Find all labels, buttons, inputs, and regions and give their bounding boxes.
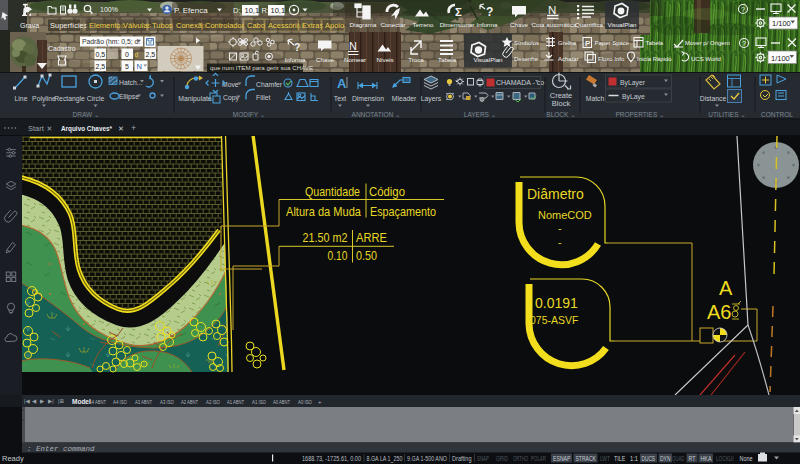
svg-text:LOCKUI: LOCKUI	[716, 455, 734, 462]
svg-text:A0 ISO: A0 ISO	[298, 399, 312, 405]
svg-text:SNAP: SNAP	[477, 455, 489, 462]
svg-text:0.50: 0.50	[356, 248, 377, 263]
svg-text:LWT: LWT	[600, 455, 611, 462]
svg-text:UTILITIES ⌄: UTILITIES ⌄	[708, 111, 746, 118]
svg-text:CONTROL: CONTROL	[761, 111, 793, 118]
svg-text:Achatar: Achatar	[558, 56, 579, 62]
svg-text:DYN: DYN	[660, 455, 671, 462]
svg-text:2,5: 2,5	[146, 51, 156, 58]
svg-text:Copy: Copy	[223, 94, 239, 102]
svg-text:UCS World: UCS World	[691, 56, 721, 62]
svg-text:N: N	[349, 40, 357, 52]
svg-text:HKA: HKA	[701, 455, 712, 462]
svg-text:A6: A6	[707, 301, 731, 323]
svg-text:ByLayer: ByLayer	[620, 79, 646, 87]
svg-text:Altura da Muda: Altura da Muda	[286, 204, 361, 219]
svg-text:QUAD: QUAD	[672, 455, 685, 463]
svg-text:Cota automática: Cota automática	[531, 21, 577, 28]
svg-text:|: |	[171, 21, 173, 30]
svg-text:Grelha: Grelha	[558, 40, 577, 46]
svg-text:1:1: 1:1	[630, 455, 638, 462]
svg-text:21.50 m2: 21.50 m2	[303, 230, 348, 245]
svg-text:Grava: Grava	[20, 22, 39, 29]
svg-text:Nomear: Nomear	[344, 56, 366, 63]
svg-text:LAYERS ⌄: LAYERS ⌄	[464, 111, 496, 118]
svg-text:Controlador: Controlador	[205, 21, 245, 30]
svg-text:D:: D:	[233, 6, 241, 15]
svg-text:A: A	[719, 277, 733, 299]
svg-text:ByLaye: ByLaye	[622, 93, 645, 101]
svg-text:✕: ✕	[47, 125, 53, 132]
svg-text:0: 0	[125, 51, 129, 58]
svg-text:VisualPlan: VisualPlan	[473, 56, 503, 63]
svg-text:Mleader: Mleader	[392, 95, 417, 102]
svg-text:-: -	[558, 236, 562, 248]
svg-text:A2 ABNT: A2 ABNT	[181, 399, 198, 405]
svg-text:▶|: ▶|	[48, 398, 54, 404]
svg-text:|◀: |◀	[24, 398, 30, 404]
svg-text:|: |	[264, 21, 266, 30]
svg-text:NomeCOD: NomeCOD	[538, 209, 592, 221]
svg-text:Fillet: Fillet	[256, 94, 270, 101]
svg-text:A3 ISO: A3 ISO	[160, 399, 174, 405]
svg-text:|: |	[117, 21, 119, 30]
svg-text:10,1: 10,1	[271, 6, 286, 15]
svg-text:10,1: 10,1	[245, 6, 260, 15]
svg-text:|: |	[243, 21, 245, 30]
svg-text:Mover p/ Origem: Mover p/ Origem	[685, 40, 730, 46]
svg-text:Tabela: Tabela	[646, 40, 664, 46]
svg-text:MODIFY ⌄: MODIFY ⌄	[233, 111, 265, 118]
svg-text:Cadastro: Cadastro	[48, 45, 76, 52]
svg-text:Drafting: Drafting	[452, 455, 472, 463]
svg-text:VisualPlan: VisualPlan	[607, 21, 637, 28]
svg-text:que num ITEM para gerir sua CH: que num ITEM para gerir sua CHAVE...	[210, 64, 318, 71]
svg-text:Desenhe: Desenhe	[514, 56, 539, 62]
svg-text:Tubos: Tubos	[152, 21, 173, 30]
svg-text:Hatch...: Hatch...	[119, 79, 143, 86]
svg-text:Níveis: Níveis	[376, 56, 393, 63]
svg-text:Conectar: Conectar	[380, 21, 405, 28]
svg-text:2,5: 2,5	[96, 63, 106, 70]
svg-text:Distance: Distance	[700, 95, 727, 102]
svg-text:Dimensionar: Dimensionar	[440, 21, 475, 28]
svg-text:TILE: TILE	[614, 455, 626, 462]
svg-text:Elementos: Elementos	[89, 21, 125, 30]
svg-text:A4 ISO: A4 ISO	[113, 399, 127, 405]
svg-text:0.0191: 0.0191	[535, 295, 578, 311]
svg-text:+: +	[131, 123, 136, 133]
svg-text:Start: Start	[28, 124, 45, 133]
svg-text:PROPERTIES ⌄: PROPERTIES ⌄	[615, 111, 664, 118]
svg-text:9.GA 1-500 ANO: 9.GA 1-500 ANO	[407, 455, 447, 462]
svg-text:A0 ABNT: A0 ABNT	[273, 399, 290, 405]
svg-text:A1 ABNT: A1 ABNT	[227, 399, 244, 405]
svg-text:R:: R:	[262, 6, 270, 15]
svg-text:?: ?	[742, 39, 746, 48]
svg-text:Quantifica: Quantifica	[575, 21, 603, 28]
svg-text:Ready: Ready	[2, 454, 24, 463]
svg-text:ARRE: ARRE	[356, 230, 387, 245]
svg-text:Rectangle: Rectangle	[54, 95, 85, 103]
svg-text:|: |	[298, 21, 300, 30]
svg-text:?: ?	[294, 41, 300, 53]
svg-text:Text: Text	[334, 95, 347, 102]
svg-text:|: |	[83, 21, 85, 30]
svg-text:P: P	[585, 39, 591, 48]
svg-text:1/100: 1/100	[772, 19, 791, 28]
svg-text:|: |	[147, 21, 149, 30]
svg-text:A4 ABNT: A4 ABNT	[89, 399, 106, 405]
svg-text:075-ASVF: 075-ASVF	[530, 314, 578, 326]
svg-text:ORTHO: ORTHO	[513, 455, 528, 462]
svg-text:Padrão (hm: 0,5; d:: Padrão (hm: 0,5; d:	[82, 38, 140, 46]
svg-text:Fluxo Info: Fluxo Info	[598, 56, 625, 62]
svg-text:Arquivo Chaves*: Arquivo Chaves*	[61, 124, 113, 133]
svg-text:None: None	[740, 455, 753, 462]
svg-text:A: A	[337, 76, 347, 91]
svg-text:Código: Código	[369, 184, 405, 199]
svg-text:1688.73, -1725.61, 0.00: 1688.73, -1725.61, 0.00	[302, 455, 361, 462]
svg-text:: Enter command: : Enter command	[27, 445, 95, 453]
svg-text:DUCS: DUCS	[642, 455, 656, 462]
svg-text:Terreno: Terreno	[413, 21, 435, 28]
svg-text:1/100: 1/100	[771, 54, 790, 63]
svg-text:DRAW ⌄: DRAW ⌄	[73, 111, 100, 118]
svg-text:RT: RT	[689, 455, 697, 462]
